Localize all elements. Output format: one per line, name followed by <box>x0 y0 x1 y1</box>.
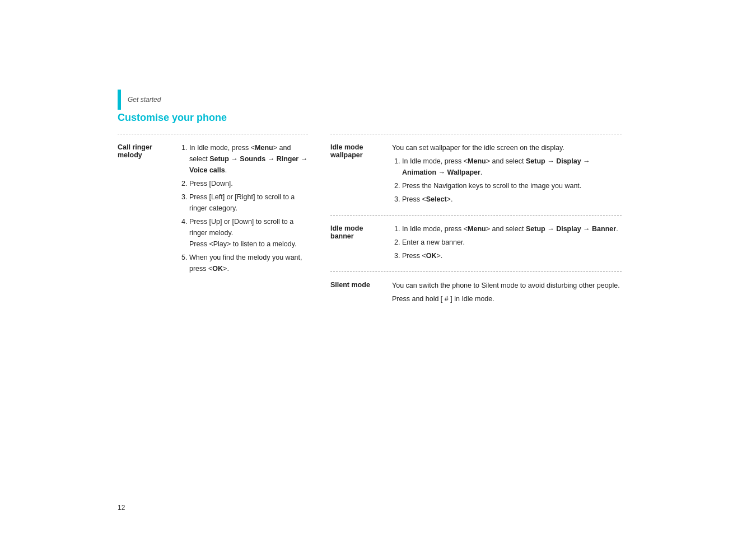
cyan-bar-icon <box>118 90 121 110</box>
section-idle-banner: Idle mode banner In Idle mode, press <Me… <box>330 215 622 271</box>
list-item: In Idle mode, press <Menu> and select Se… <box>402 156 622 178</box>
silent-mode-note: Press and hold [ # ] in Idle mode. <box>392 293 622 305</box>
silent-mode-label: Silent mode <box>330 280 392 307</box>
content-area: Get started Customise your phone Call ri… <box>118 90 622 315</box>
get-started-text: Get started <box>128 96 161 104</box>
list-item: Press [Left] or [Right] to scroll to a r… <box>189 191 308 214</box>
two-col-layout: Call ringermelody In Idle mode, press <M… <box>118 134 622 315</box>
idle-banner-content: In Idle mode, press <Menu> and select Se… <box>392 223 622 264</box>
idle-banner-label: Idle mode banner <box>330 223 392 264</box>
silent-mode-content: You can switch the phone to Silent mode … <box>392 280 622 307</box>
page-title: Customise your phone <box>118 112 622 124</box>
list-item: Enter a new banner. <box>402 237 622 248</box>
list-item: In Idle mode, press <Menu> and select Se… <box>189 142 308 176</box>
list-item: Press [Down]. <box>189 178 308 189</box>
get-started-label: Get started <box>118 90 622 110</box>
list-item: When you find the melody you want, press… <box>189 252 308 274</box>
list-item: In Idle mode, press <Menu> and select Se… <box>402 223 622 235</box>
left-column: Call ringermelody In Idle mode, press <M… <box>118 134 308 284</box>
header-section: Get started Customise your phone <box>118 90 622 124</box>
list-item: Press <OK>. <box>402 250 622 261</box>
list-item: Press [Up] or [Down] to scroll to a ring… <box>189 216 308 250</box>
page-number: 12 <box>118 504 125 512</box>
call-ringer-content: In Idle mode, press <Menu> and select Se… <box>179 142 308 277</box>
idle-wallpaper-intro: You can set wallpaper for the idle scree… <box>392 142 622 153</box>
sub-note: Press <Play> to listen to a melody. <box>189 240 297 248</box>
call-ringer-label: Call ringermelody <box>118 142 179 277</box>
section-idle-wallpaper: Idle mode wallpaper You can set wallpape… <box>330 134 622 215</box>
list-item: Press <Select>. <box>402 194 622 205</box>
section-call-ringer: Call ringermelody In Idle mode, press <M… <box>118 134 308 284</box>
page-container: Get started Customise your phone Call ri… <box>0 0 756 534</box>
idle-wallpaper-label: Idle mode wallpaper <box>330 142 392 207</box>
idle-wallpaper-content: You can set wallpaper for the idle scree… <box>392 142 622 207</box>
silent-mode-intro: You can switch the phone to Silent mode … <box>392 280 622 291</box>
right-column: Idle mode wallpaper You can set wallpape… <box>330 134 622 315</box>
list-item: Press the Navigation keys to scroll to t… <box>402 180 622 191</box>
section-silent-mode: Silent mode You can switch the phone to … <box>330 271 622 315</box>
